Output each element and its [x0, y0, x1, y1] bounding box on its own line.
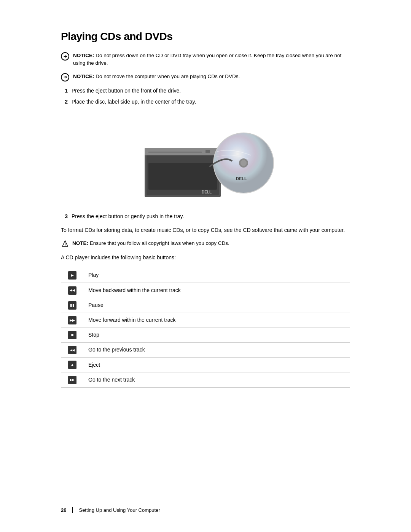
page-title: Playing CDs and DVDs: [61, 30, 350, 43]
button-label-cell: Go to the next track: [84, 372, 350, 388]
step-text-2: Place the disc, label side up, in the ce…: [72, 98, 196, 106]
svg-rect-4: [206, 150, 210, 153]
table-row: ▶▶ Move forward within the current track: [61, 313, 350, 328]
button-icon-cell: ▶▶: [61, 372, 84, 388]
button-icon-cell: ▶: [61, 268, 84, 283]
note-icon: [61, 240, 69, 248]
svg-rect-2: [148, 163, 217, 190]
step-3-list: 3 Press the eject button or gently push …: [61, 212, 350, 220]
step-2: 2 Place the disc, label side up, in the …: [61, 98, 350, 106]
notice-body-1: Do not press down on the CD or DVD tray …: [73, 53, 341, 66]
notice-block-2: NOTICE: Do not move the computer when yo…: [61, 73, 350, 81]
button-icon-cell: ▮▮: [61, 298, 84, 313]
button-label-cell: Move backward within the current track: [84, 283, 350, 298]
button-icon-cell: ◀◀: [61, 283, 84, 298]
footer-page-number: 26: [61, 507, 66, 513]
notice-label-1: NOTICE:: [73, 53, 94, 58]
note-label: NOTE:: [72, 240, 88, 246]
svg-point-10: [241, 160, 247, 166]
cd-buttons-tbody: ▶ Play ◀◀ Move backward within the curre…: [61, 268, 350, 388]
step-num-2: 2: [61, 98, 68, 106]
footer-divider: [72, 507, 73, 513]
table-row: ▶ Play: [61, 268, 350, 283]
table-row: ▲ Eject: [61, 358, 350, 372]
button-label-cell: Eject: [84, 358, 350, 372]
table-row: ◀◀ Go to the previous track: [61, 342, 350, 358]
table-row: ■ Stop: [61, 328, 350, 342]
svg-text:DELL: DELL: [236, 176, 247, 181]
button-icon-cell: ▶▶: [61, 313, 84, 328]
note-body: Ensure that you follow all copyright law…: [90, 240, 229, 246]
steps-list: 1 Press the eject button on the front of…: [61, 87, 350, 106]
button-label-cell: Stop: [84, 328, 350, 342]
notice-block-1: NOTICE: Do not press down on the CD or D…: [61, 52, 350, 67]
button-icon-cell: ▲: [61, 358, 84, 372]
step-num-1: 1: [61, 87, 68, 95]
page-container: Playing CDs and DVDs NOTICE: Do not pres…: [0, 0, 411, 532]
note-block: NOTE: Ensure that you follow all copyrig…: [61, 240, 350, 248]
notice-body-2: Do not move the computer when you are pl…: [96, 73, 240, 79]
notice-text-1: NOTICE: Do not press down on the CD or D…: [73, 52, 350, 67]
button-label-cell: Pause: [84, 298, 350, 313]
button-label-cell: Play: [84, 268, 350, 283]
step-text-3: Press the eject button or gently push in…: [72, 212, 184, 220]
table-row: ▶▶ Go to the next track: [61, 372, 350, 388]
cd-buttons-table: ▶ Play ◀◀ Move backward within the curre…: [61, 268, 350, 388]
table-row: ▮▮ Pause: [61, 298, 350, 313]
notice-text-2: NOTICE: Do not move the computer when yo…: [73, 73, 240, 80]
svg-text:DELL: DELL: [202, 190, 212, 194]
footer-label: Setting Up and Using Your Computer: [79, 507, 160, 513]
notice-icon-1: [61, 52, 69, 61]
step-text-1: Press the eject button on the front of t…: [72, 87, 181, 95]
cd-dvd-image-area: DELL: [61, 117, 350, 201]
button-label-cell: Go to the previous track: [84, 342, 350, 358]
table-row: ◀◀ Move backward within the current trac…: [61, 283, 350, 298]
button-label-cell: Move forward within the current track: [84, 313, 350, 328]
button-icon-cell: ■: [61, 328, 84, 342]
step-3: 3 Press the eject button or gently push …: [61, 212, 350, 220]
notice-icon-2: [61, 73, 69, 81]
step-num-3: 3: [61, 212, 68, 220]
cd-dvd-illustration: DELL: [133, 117, 278, 201]
notice-label-2: NOTICE:: [73, 73, 94, 79]
svg-rect-5: [148, 152, 202, 153]
note-text: NOTE: Ensure that you follow all copyrig…: [72, 240, 229, 247]
svg-point-13: [65, 245, 65, 246]
page-footer: 26 Setting Up and Using Your Computer: [61, 507, 350, 513]
paragraph-1: To format CDs for storing data, to creat…: [61, 226, 350, 234]
step-1: 1 Press the eject button on the front of…: [61, 87, 350, 95]
button-icon-cell: ◀◀: [61, 342, 84, 358]
table-intro-text: A CD player includes the following basic…: [61, 253, 350, 262]
